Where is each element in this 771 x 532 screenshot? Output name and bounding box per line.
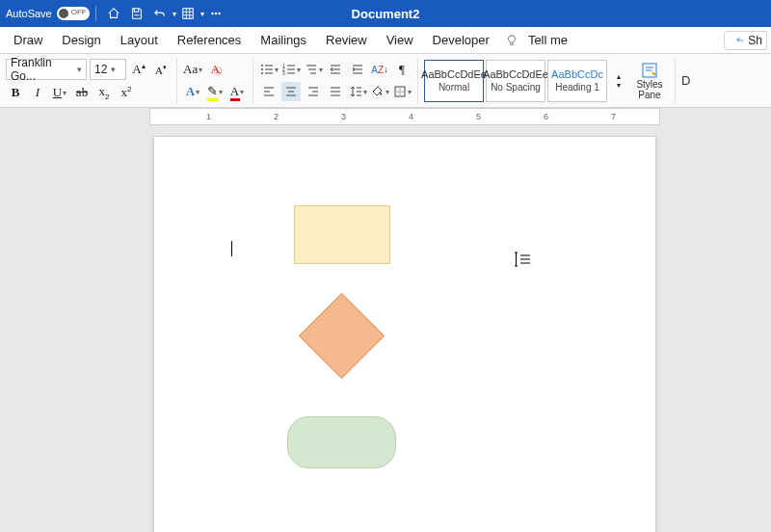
shape-rectangle[interactable] [294, 205, 390, 264]
multilevel-list-button[interactable]: ▾ [304, 60, 323, 79]
svg-point-6 [261, 72, 263, 74]
increase-indent-button[interactable] [348, 60, 367, 79]
show-marks-button[interactable]: ¶ [392, 60, 412, 79]
styles-gallery-expand[interactable]: ▴▾ [609, 71, 628, 91]
bold-button[interactable]: B [6, 83, 25, 102]
paragraph-group: ▾ 123▾ ▾ AZ↓ ¶ ▾ ▾ ▾ [253, 57, 417, 104]
ribbon: Franklin Go...▾ 12▾ A▴ A▾ B I U▾ ab x2 x… [0, 54, 771, 108]
separator [95, 6, 96, 21]
increase-font-icon[interactable]: A▴ [129, 60, 148, 79]
styles-pane-button[interactable]: Styles Pane [630, 60, 669, 102]
ribbon-cut-off: D [681, 73, 690, 88]
horizontal-ruler[interactable]: 1 2 3 4 5 6 7 [149, 108, 660, 125]
shape-rounded-rectangle[interactable] [287, 416, 396, 468]
font-size-select[interactable]: 12▾ [90, 59, 126, 80]
align-center-button[interactable] [281, 82, 301, 101]
strikethrough-button[interactable]: ab [72, 83, 92, 102]
tab-mailings[interactable]: Mailings [251, 27, 316, 54]
overflow-icon[interactable] [208, 6, 224, 21]
undo-dropdown[interactable]: ▾ [173, 10, 176, 18]
svg-point-2 [215, 13, 217, 14]
italic-button[interactable]: I [28, 83, 47, 102]
sort-button[interactable]: AZ↓ [370, 60, 389, 79]
change-case-button[interactable]: Aa▾ [183, 60, 202, 79]
title-bar: AutoSave OFF ▾ ▾ Document2 [0, 0, 771, 27]
style-heading-1[interactable]: AaBbCcDc Heading 1 [547, 60, 607, 102]
undo-icon[interactable] [152, 6, 168, 21]
autosave-label: AutoSave [6, 8, 52, 19]
tab-design[interactable]: Design [52, 27, 110, 54]
tab-draw[interactable]: Draw [4, 27, 52, 54]
align-right-button[interactable] [304, 82, 323, 101]
svg-point-5 [261, 68, 263, 70]
borders-button[interactable]: ▾ [392, 82, 412, 101]
save-icon[interactable] [129, 6, 145, 21]
styles-group: AaBbCcDdEe Normal AaBbCcDdEe No Spacing … [418, 57, 675, 105]
autosave-state: OFF [71, 8, 87, 16]
styles-pane-icon [641, 62, 658, 79]
share-label: Sh [748, 34, 762, 47]
tab-developer[interactable]: Developer [423, 27, 499, 54]
document-workspace: 1 2 3 4 5 6 7 [0, 108, 771, 532]
font-color-button[interactable]: A▾ [227, 82, 247, 101]
ribbon-tabs: Draw Design Layout References Mailings R… [0, 27, 771, 54]
grid-icon[interactable] [180, 6, 196, 21]
grid-dropdown[interactable]: ▾ [200, 10, 204, 18]
style-normal[interactable]: AaBbCcDdEe Normal [424, 60, 484, 102]
shading-button[interactable]: ▾ [370, 82, 389, 101]
underline-button[interactable]: U▾ [50, 83, 69, 102]
clear-formatting-icon[interactable]: A⃠ [205, 60, 225, 79]
text-cursor [231, 241, 232, 256]
highlight-button[interactable]: ✎▾ [205, 82, 225, 101]
share-button[interactable]: Sh [724, 31, 767, 50]
tab-review[interactable]: Review [316, 27, 377, 54]
svg-point-3 [218, 13, 220, 14]
home-icon[interactable] [106, 6, 121, 21]
font-effects-group: Aa▾ A⃠ A▾ ✎▾ A▾ [177, 57, 253, 104]
decrease-font-icon[interactable]: A▾ [151, 60, 171, 79]
align-left-button[interactable] [259, 82, 279, 101]
tab-layout[interactable]: Layout [111, 27, 168, 54]
svg-point-4 [261, 65, 263, 66]
font-group: Franklin Go...▾ 12▾ A▴ A▾ B I U▾ ab x2 x… [0, 56, 176, 105]
text-effects-button[interactable]: A▾ [183, 82, 202, 101]
document-page[interactable] [154, 137, 655, 532]
tell-me-search[interactable]: Tell me [518, 27, 577, 54]
numbered-list-button[interactable]: 123▾ [281, 60, 301, 79]
lightbulb-icon [505, 34, 518, 47]
justify-button[interactable] [326, 82, 345, 101]
svg-point-1 [211, 13, 213, 14]
decrease-indent-button[interactable] [326, 60, 345, 79]
autosave-toggle[interactable]: AutoSave OFF [6, 7, 90, 20]
style-no-spacing[interactable]: AaBbCcDdEe No Spacing [486, 60, 545, 102]
share-icon [732, 35, 744, 46]
subscript-button[interactable]: x2 [94, 83, 114, 102]
font-name-select[interactable]: Franklin Go...▾ [6, 59, 87, 80]
ibeam-cursor-icon [511, 251, 534, 268]
tab-view[interactable]: View [377, 27, 423, 54]
bullet-list-button[interactable]: ▾ [259, 60, 279, 79]
autosave-switch[interactable]: OFF [57, 7, 90, 20]
tab-references[interactable]: References [168, 27, 251, 54]
shape-diamond[interactable] [299, 293, 385, 379]
svg-text:3: 3 [282, 70, 285, 76]
line-spacing-button[interactable]: ▾ [348, 82, 367, 101]
superscript-button[interactable]: x2 [117, 83, 136, 102]
svg-rect-0 [182, 9, 193, 19]
